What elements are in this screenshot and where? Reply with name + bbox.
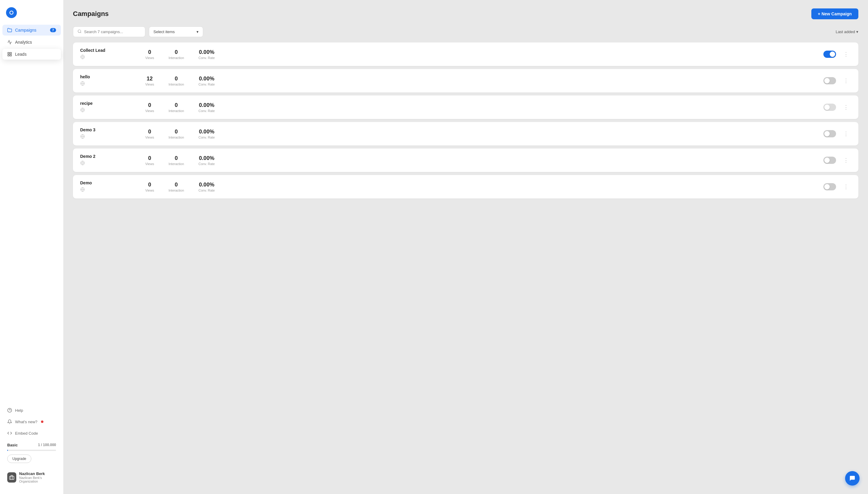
conv-rate-value: 0.00%	[199, 182, 215, 188]
toggle-knob	[824, 157, 830, 163]
stat-conv-rate: 0.00% Conv. Rate	[199, 102, 215, 113]
stat-interaction: 0 Interaction	[168, 182, 184, 192]
page-header: Campaigns + New Campaign	[73, 8, 858, 19]
campaign-card: Demo 0 Views 0 Interaction 0.00% Conv. R…	[73, 175, 858, 198]
stat-views: 0 Views	[145, 102, 154, 113]
views-label: Views	[145, 109, 154, 113]
sidebar-item-embed-code[interactable]: Embed Code	[2, 428, 61, 439]
interaction-value: 0	[168, 155, 184, 162]
more-options-button[interactable]: ⋮	[841, 50, 851, 59]
sort-control[interactable]: Last added ▾	[836, 30, 858, 34]
globe-icon	[80, 108, 85, 113]
globe-icon	[80, 135, 85, 140]
toolbar: Select items ▾ Last added ▾	[73, 26, 858, 37]
plan-section: Basic 1 / 100.000 Upgrade	[2, 439, 61, 467]
app-logo[interactable]	[0, 5, 63, 24]
views-value: 12	[145, 76, 154, 82]
more-options-button[interactable]: ⋮	[841, 156, 851, 165]
interaction-value: 0	[168, 102, 184, 109]
campaign-name: Demo	[80, 180, 141, 185]
stat-interaction: 0 Interaction	[168, 155, 184, 166]
sidebar-item-label: Leads	[15, 52, 26, 57]
more-options-button[interactable]: ⋮	[841, 182, 851, 191]
campaign-stats: 0 Views 0 Interaction 0.00% Conv. Rate	[145, 102, 818, 113]
interaction-label: Interaction	[168, 162, 184, 166]
new-campaign-button[interactable]: + New Campaign	[811, 8, 858, 19]
more-options-button[interactable]: ⋮	[841, 129, 851, 138]
conv-rate-label: Conv. Rate	[199, 162, 215, 166]
globe-icon	[80, 55, 85, 60]
stat-views: 0 Views	[145, 129, 154, 139]
campaign-toggle[interactable]	[824, 130, 836, 137]
main-content: Campaigns + New Campaign Select items ▾ …	[63, 0, 868, 494]
stat-views: 0 Views	[145, 49, 154, 60]
campaign-card: Demo 2 0 Views 0 Interaction 0.00% Conv.…	[73, 149, 858, 172]
stat-views: 12 Views	[145, 76, 154, 86]
user-name: Nazlican Berk	[19, 471, 56, 476]
campaign-stats: 0 Views 0 Interaction 0.00% Conv. Rate	[145, 182, 818, 192]
more-options-button[interactable]: ⋮	[841, 76, 851, 85]
campaign-info: recipe	[80, 101, 141, 114]
conv-rate-label: Conv. Rate	[199, 56, 215, 60]
campaign-info: Demo	[80, 180, 141, 193]
upgrade-button[interactable]: Upgrade	[7, 455, 31, 463]
campaign-stats: 0 Views 0 Interaction 0.00% Conv. Rate	[145, 155, 818, 166]
sort-label-text: Last added	[836, 30, 855, 34]
conv-rate-value: 0.00%	[199, 102, 215, 109]
svg-rect-8	[10, 476, 14, 479]
avatar	[7, 472, 16, 482]
stat-conv-rate: 0.00% Conv. Rate	[199, 49, 215, 60]
campaign-name: recipe	[80, 101, 141, 106]
chat-button[interactable]	[845, 471, 860, 486]
campaign-toggle[interactable]	[824, 157, 836, 164]
globe-icon	[80, 161, 85, 166]
stat-conv-rate: 0.00% Conv. Rate	[199, 155, 215, 166]
campaign-stats: 0 Views 0 Interaction 0.00% Conv. Rate	[145, 129, 818, 139]
sidebar-item-whats-new[interactable]: What's new?	[2, 416, 61, 427]
conv-rate-label: Conv. Rate	[199, 109, 215, 113]
search-icon	[77, 29, 82, 34]
stat-views: 0 Views	[145, 182, 154, 192]
views-value: 0	[145, 182, 154, 188]
campaign-name: Demo 3	[80, 128, 141, 132]
campaign-card: hello 12 Views 0 Interaction 0.00% Conv.…	[73, 69, 858, 93]
sidebar-item-help[interactable]: Help	[2, 405, 61, 416]
views-value: 0	[145, 129, 154, 135]
stat-interaction: 0 Interaction	[168, 129, 184, 139]
campaign-toggle[interactable]	[824, 183, 836, 190]
stat-interaction: 0 Interaction	[168, 76, 184, 86]
sidebar-item-label: Help	[15, 408, 23, 413]
interaction-value: 0	[168, 129, 184, 135]
svg-rect-3	[10, 52, 12, 54]
sidebar-item-leads[interactable]: Leads	[2, 49, 61, 60]
views-label: Views	[145, 136, 154, 139]
sidebar-item-analytics[interactable]: Analytics	[2, 37, 61, 48]
interaction-value: 0	[168, 182, 184, 188]
svg-rect-5	[8, 55, 10, 56]
toggle-knob	[830, 52, 835, 57]
interaction-label: Interaction	[168, 189, 184, 192]
stat-views: 0 Views	[145, 155, 154, 166]
sidebar-item-campaigns[interactable]: Campaigns 7	[2, 25, 61, 36]
search-input[interactable]	[84, 30, 138, 34]
campaign-toggle[interactable]	[824, 51, 836, 58]
stat-interaction: 0 Interaction	[168, 102, 184, 113]
campaign-toggle[interactable]	[824, 77, 836, 84]
sidebar: Campaigns 7 Analytics Leads Help What's …	[0, 0, 63, 494]
campaign-list: Collect Lead 0 Views 0 Interaction 0.00%…	[73, 42, 858, 198]
plan-bar-bg	[7, 450, 56, 451]
campaign-name: hello	[80, 74, 141, 79]
interaction-value: 0	[168, 76, 184, 82]
campaign-toggle[interactable]	[824, 103, 836, 111]
stat-conv-rate: 0.00% Conv. Rate	[199, 129, 215, 139]
campaign-actions: ⋮	[824, 103, 851, 112]
more-options-button[interactable]: ⋮	[841, 103, 851, 112]
interaction-value: 0	[168, 49, 184, 55]
campaign-card: Collect Lead 0 Views 0 Interaction 0.00%…	[73, 42, 858, 66]
conv-rate-value: 0.00%	[199, 129, 215, 135]
select-items-dropdown[interactable]: Select items ▾	[149, 26, 203, 37]
views-label: Views	[145, 162, 154, 166]
globe-icon	[80, 188, 85, 193]
search-box[interactable]	[73, 26, 145, 37]
campaign-actions: ⋮	[824, 129, 851, 138]
